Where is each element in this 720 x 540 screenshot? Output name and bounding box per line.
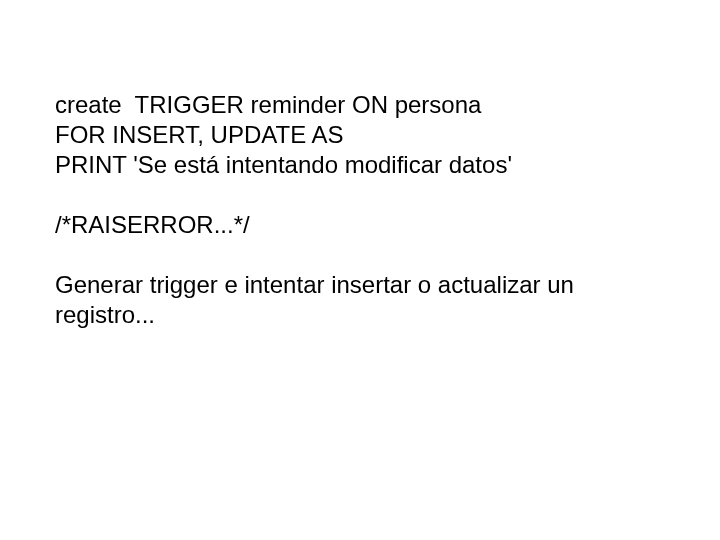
slide: create TRIGGER reminder ON persona FOR I…	[0, 0, 720, 330]
code-line-3: PRINT 'Se está intentando modificar dato…	[55, 150, 665, 180]
instruction-block: Generar trigger e intentar insertar o ac…	[55, 270, 665, 330]
comment-block: /*RAISERROR...*/	[55, 210, 665, 240]
code-line-2: FOR INSERT, UPDATE AS	[55, 120, 665, 150]
comment-line: /*RAISERROR...*/	[55, 210, 665, 240]
code-line-1: create TRIGGER reminder ON persona	[55, 90, 665, 120]
code-block: create TRIGGER reminder ON persona FOR I…	[55, 90, 665, 180]
instruction-line: Generar trigger e intentar insertar o ac…	[55, 270, 665, 330]
